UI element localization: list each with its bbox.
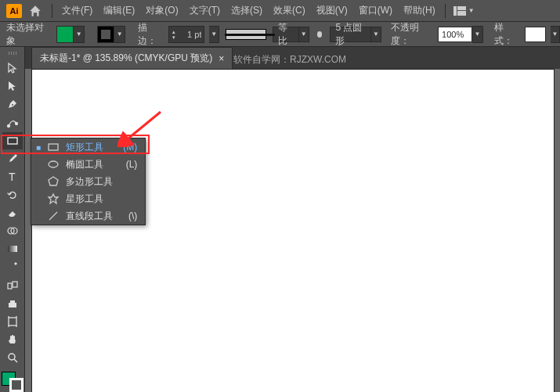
flyout-item-shortcut: (L) [117,159,138,170]
flyout-line-tool[interactable]: 直线段工具 (\) [31,207,145,225]
opacity-field[interactable] [438,27,472,42]
menu-edit[interactable]: 编辑(E) [99,1,139,20]
canvas-wrap [25,69,560,392]
flyout-item-label: 椭圆工具 [66,158,103,171]
flyout-item-label: 直线段工具 [66,210,113,223]
stroke-weight-dropdown[interactable]: ▼ [209,26,219,43]
layout-icon[interactable]: ▼ [453,6,475,16]
menu-select[interactable]: 选择(S) [226,1,267,20]
stroke-weight-stepper[interactable]: ▴▾ [169,29,179,40]
svg-rect-0 [453,6,457,16]
stroke-weight-field[interactable] [179,27,204,42]
menu-help[interactable]: 帮助(H) [399,1,440,20]
star-icon [47,192,60,205]
brush-dot-icon [317,31,323,38]
app-logo: Ai [6,4,22,18]
curvature-tool[interactable] [2,113,23,131]
svg-marker-16 [49,177,58,185]
paintbrush-tool[interactable] [2,150,23,167]
document-tabbar: 未标题-1* @ 135.89% (CMYK/GPU 预览) × 软件自学网：R… [25,47,560,69]
brush-label: 5 点圆形 [331,27,371,41]
selected-marker: ■ [36,143,41,152]
eyedropper-tool[interactable] [2,258,23,275]
ellipse-icon [47,158,60,171]
style-swatch[interactable] [525,27,545,42]
stroke-weight-input[interactable]: ▴▾ [168,26,204,43]
opacity-label: 不透明度： [391,21,432,48]
toolbar-handle[interactable] [4,52,21,55]
menu-type[interactable]: 文字(T) [185,1,225,20]
flyout-star-tool[interactable]: 星形工具 [31,190,145,207]
shape-builder-tool[interactable] [2,222,23,239]
menu-object[interactable]: 对象(O) [141,1,182,20]
symbol-sprayer-tool[interactable] [2,295,23,312]
toolbar-stroke-swatch[interactable] [9,378,23,392]
svg-point-15 [49,161,58,167]
rectangle-tool[interactable] [2,132,23,149]
rotate-tool[interactable] [2,186,23,203]
menu-file[interactable]: 文件(F) [57,1,97,20]
fill-stroke-swatches[interactable] [2,372,23,392]
svg-rect-2 [457,11,466,16]
flyout-rectangle-tool[interactable]: ■ 矩形工具 (M) [31,138,145,156]
line-icon [47,210,60,222]
svg-point-3 [7,125,9,128]
svg-rect-10 [8,283,12,289]
flyout-item-label: 矩形工具 [66,141,103,154]
eraser-tool[interactable] [2,204,23,221]
flyout-item-label: 星形工具 [66,192,103,206]
artboard-tool[interactable] [2,313,23,330]
direct-selection-tool[interactable] [2,77,23,95]
style-dropdown[interactable]: ▼ [551,26,560,43]
type-tool[interactable]: T [2,168,23,185]
menu-effect[interactable]: 效果(C) [269,1,310,20]
hand-tool[interactable] [2,331,23,348]
menu-separator [445,4,446,18]
stroke-swatch[interactable] [97,26,114,43]
svg-marker-17 [49,194,58,203]
gradient-tool[interactable] [2,240,23,257]
home-icon[interactable] [28,4,42,18]
svg-point-13 [9,354,15,360]
stroke-dropdown[interactable]: ▼ [114,26,125,43]
svg-text:T: T [9,171,16,183]
scale-dropdown[interactable]: 等比 ▼ [273,27,309,42]
svg-rect-9 [8,246,17,252]
pen-tool[interactable] [2,95,23,113]
stroke-label: 描边： [138,21,162,48]
svg-rect-12 [9,318,16,325]
selection-status: 未选择对象 [6,21,47,48]
menubar: Ai 文件(F) 编辑(E) 对象(O) 文字(T) 选择(S) 效果(C) 视… [0,0,560,22]
blend-tool[interactable] [2,277,23,294]
opacity-dropdown[interactable]: ▼ [472,26,483,43]
style-label: 样式： [494,21,518,48]
fill-dropdown[interactable]: ▼ [74,26,85,43]
brush-dropdown[interactable]: 5 点圆形 ▼ [330,27,381,42]
document-tab[interactable]: 未标题-1* @ 135.89% (CMYK/GPU 预览) × [31,47,233,69]
artboard-canvas[interactable] [31,69,555,392]
toolbar: T [0,47,25,392]
svg-rect-1 [457,6,466,10]
control-bar: 未选择对象 ▼ ▼ 描边： ▴▾ ▼ 等比 ▼ 5 点圆形 ▼ 不透明度： ▼ … [0,22,560,47]
close-icon[interactable]: × [219,53,224,64]
document-tab-title: 未标题-1* @ 135.89% (CMYK/GPU 预览) [40,52,212,65]
flyout-item-label: 多边形工具 [66,175,113,189]
rectangle-icon [47,141,60,153]
menu-separator [52,4,52,18]
flyout-item-shortcut: (M) [114,142,137,153]
svg-point-4 [15,123,17,125]
flyout-item-shortcut: (\) [119,210,137,221]
watermark-text: 软件自学网：RJZXW.COM [233,53,346,67]
menu-view[interactable]: 视图(V) [312,1,352,20]
flyout-ellipse-tool[interactable]: 椭圆工具 (L) [31,156,145,173]
fill-swatch[interactable] [56,26,74,43]
menu-window[interactable]: 窗口(W) [354,1,397,20]
scale-label: 等比 [273,27,299,41]
svg-line-18 [49,212,57,220]
zoom-tool[interactable] [2,349,23,366]
selection-tool[interactable] [2,59,23,77]
svg-rect-5 [8,138,17,144]
svg-rect-11 [13,282,17,287]
flyout-polygon-tool[interactable]: 多边形工具 [31,173,145,190]
stroke-profile-preview[interactable] [226,29,266,40]
